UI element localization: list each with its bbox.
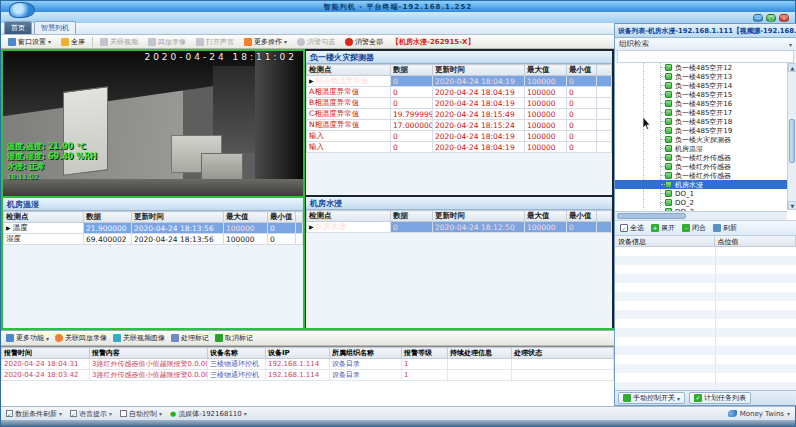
tree-item[interactable]: DO_1: [615, 189, 796, 198]
table-row[interactable]: ▶温度 21.9000002020-04-24 18:13:56 1000000: [4, 223, 303, 234]
chevron-down-icon: ▾: [59, 410, 62, 417]
sound-icon: [196, 38, 204, 46]
stream-media-status[interactable]: ● 流媒体-192168110 ▾: [170, 409, 247, 419]
scroll-up-icon[interactable]: ▲: [788, 63, 796, 72]
col-point-value[interactable]: 点位值: [715, 236, 796, 246]
device-icon: [665, 154, 672, 161]
table-header-row: 检测点 数据 更新时间 最大值 最小值: [307, 65, 612, 76]
close-button[interactable]: ×: [779, 14, 789, 22]
scrollbar-thumb[interactable]: [789, 119, 795, 163]
table-row[interactable]: N相温度异常值17.0000002020-04-24 18:15:2410000…: [307, 120, 612, 131]
row-marker-icon: ▶: [6, 224, 11, 231]
window-settings-button[interactable]: 窗口设置 ▾: [5, 36, 54, 48]
tab-bar: 首页 智慧列机: [1, 23, 614, 35]
tree-horizontal-scrollbar[interactable]: [615, 211, 787, 220]
scrollbar-thumb[interactable]: [617, 213, 686, 219]
table-row[interactable]: 湿度 69.4000022020-04-24 18:13:56 1000000: [4, 234, 303, 245]
expand-button[interactable]: + 展开: [651, 223, 675, 233]
alarm-row[interactable]: 2020-04-24 18:03:42 3路红外传感器值小值越限报警0.0.00…: [2, 370, 614, 381]
device-icon: [665, 118, 672, 125]
toggle-icon: [623, 394, 631, 402]
scroll-down-icon[interactable]: ▼: [788, 201, 796, 210]
mute-all-button[interactable]: 消警全部: [342, 36, 386, 48]
menu-icon: [6, 334, 14, 342]
select-all-button[interactable]: ✓ 全选: [620, 223, 644, 233]
tree-item-selected[interactable]: 机房水浸: [615, 180, 796, 189]
tab-smart-monitor[interactable]: 智慧列机: [34, 21, 76, 34]
col-time[interactable]: 更新时间: [132, 212, 224, 223]
more-functions-button[interactable]: 更多功能 ▾: [6, 333, 49, 343]
table-row[interactable]: C相温度异常值19.7999992020-04-24 18:15:4910000…: [307, 109, 612, 120]
tree-item[interactable]: 负一楼红外传感器: [615, 171, 796, 180]
video-icon: [100, 38, 108, 46]
link-playback-button[interactable]: 关联回放录像: [55, 333, 107, 343]
auto-control-toggle[interactable]: 自动控制 ▾: [120, 409, 162, 419]
tree-item[interactable]: 负一楼火灾探测器: [615, 135, 796, 144]
video-osd: 温度,温度: 21.90 ℃ 湿度,湿度: 69.40 %RH 水浸: 正常 1…: [7, 142, 97, 182]
tab-home[interactable]: 首页: [4, 21, 32, 34]
manual-control-button[interactable]: 手动控制开关 ▾: [618, 392, 685, 404]
device-info-list[interactable]: [615, 247, 796, 390]
fire-detector-panel: 负一楼火灾探测器 检测点 数据 更新时间 最大值 最小值: [306, 51, 612, 195]
table-row[interactable]: ▶机房水浸 02020-04-24 18:12:50 1000000: [307, 222, 612, 233]
search-input[interactable]: [617, 51, 794, 63]
more-icon: [244, 38, 252, 46]
col-point[interactable]: 检测点: [4, 212, 84, 223]
alarm-row[interactable]: 2020-04-24 18:04:31 3路红外传感器值小值越限报警0.0.00…: [2, 359, 614, 370]
device-icon: [665, 91, 672, 98]
data-refresh-toggle[interactable]: ✓ 数据条件刷新 ▾: [6, 409, 62, 419]
brand-logo-icon: [728, 410, 737, 417]
voice-prompt-toggle[interactable]: ✓ 语音提示 ▾: [70, 409, 112, 419]
window-title: 智能列机 - 平台终端-192.168.1.252: [324, 2, 472, 12]
monitor-area: 2020-04-24 18:11:02 温度,温度: 21.90 ℃ 湿度,湿度…: [1, 49, 614, 330]
device-icon: [665, 100, 672, 107]
link-video-button[interactable]: 关联视频: [97, 36, 141, 48]
osd-humidity: 湿度,湿度: 69.40 %RH: [7, 152, 97, 162]
fullscreen-button[interactable]: 全屏: [58, 36, 88, 48]
device-panel: 设备列表-机房水浸-192.168.1.111【视频源-192.168.1.10…: [614, 23, 796, 406]
collapse-button[interactable]: - 闭合: [682, 223, 706, 233]
task-list-button[interactable]: ✓ 计划任务列表: [689, 392, 751, 404]
col-data[interactable]: 数据: [84, 212, 132, 223]
tree-vertical-scrollbar[interactable]: ▲ ▼: [787, 63, 796, 210]
more-operations-button[interactable]: 更多操作 ▾: [241, 36, 290, 48]
device-panel-title: 设备列表-机房水浸-192.168.1.111【视频源-192.168.1.10…: [615, 24, 796, 38]
table-row[interactable]: ▶制冷电流异常值 02020-04-24 18:04:19 1000000: [307, 76, 612, 87]
check-icon: [215, 334, 223, 342]
open-sound-button[interactable]: 打开声音: [193, 36, 237, 48]
mute-all-icon: [345, 38, 353, 46]
app-logo-icon: [9, 2, 35, 18]
app-window: 智能列机 - 平台终端-192.168.1.252 — □ × 首页 智慧列机 …: [0, 0, 796, 427]
table-row[interactable]: 输入02020-04-24 18:04:191000000: [307, 131, 612, 142]
unmark-button[interactable]: 取消标记: [215, 333, 253, 343]
device-icon: [665, 127, 672, 134]
camera-view[interactable]: 2020-04-24 18:11:02 温度,温度: 21.90 ℃ 湿度,湿度…: [3, 51, 303, 198]
device-icon: [665, 82, 672, 89]
table-row[interactable]: A相温度异常值02020-04-24 18:04:191000000: [307, 87, 612, 98]
device-icon: [665, 136, 672, 143]
col-device-info[interactable]: 设备信息: [615, 236, 715, 246]
minimize-button[interactable]: —: [753, 14, 763, 22]
col-max[interactable]: 最大值: [224, 212, 268, 223]
org-search-bar[interactable]: 组织检索 ▾: [615, 38, 796, 51]
playback-record-button[interactable]: 回放录像: [145, 36, 189, 48]
chevron-down-icon: ▾: [46, 335, 49, 342]
mark-handled-button[interactable]: 处理标记: [171, 333, 209, 343]
alarm-list: 报警时间 报警内容 设备名称 设备IP 所属组织名称 报警等级 持续处理信息 处…: [1, 346, 614, 406]
video-image-icon: [113, 334, 121, 342]
col-min[interactable]: 最小值: [268, 212, 296, 223]
playback-icon: [148, 38, 156, 46]
device-tree: 负一楼485空开12 负一楼485空开13 负一楼485空开14 负一楼485空…: [615, 63, 796, 221]
refresh-button[interactable]: 刷新: [713, 223, 737, 233]
device-icon: [665, 181, 672, 188]
table-row[interactable]: 输入02020-04-24 18:04:191000000: [307, 142, 612, 153]
chevron-down-icon: ▾: [789, 41, 792, 48]
link-video-image-button[interactable]: 关联视频图像: [113, 333, 165, 343]
tree-item[interactable]: DO_2: [615, 198, 796, 207]
video-timestamp: 2020-04-24 18:11:02: [144, 52, 297, 62]
chevron-down-icon: ▾: [244, 410, 247, 417]
mute-selected-button[interactable]: 消警勾选: [294, 36, 338, 48]
table-row[interactable]: B相温度异常值02020-04-24 18:04:191000000: [307, 98, 612, 109]
temp-humidity-panel: 机房温湿 检测点 数据 更新时间 最大值 最小值: [3, 198, 303, 328]
maximize-button[interactable]: □: [766, 14, 776, 22]
